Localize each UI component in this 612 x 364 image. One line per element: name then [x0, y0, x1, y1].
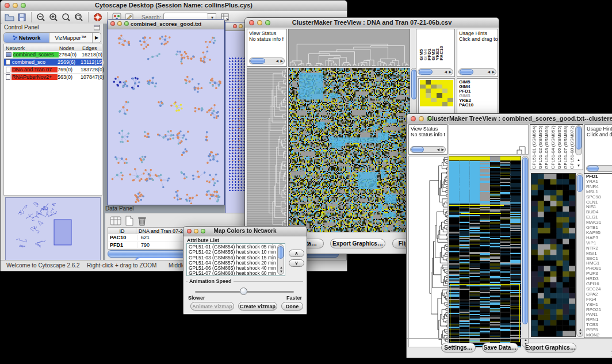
column-label[interactable]: GPL51-06 (GSM865) [557, 125, 563, 169]
attribute-item[interactable]: GPL51-07 (GSM868) heat shock 60 min [188, 271, 277, 276]
scroll-right-icon[interactable]: ▶ [441, 148, 444, 151]
minimize-icon[interactable] [257, 20, 262, 25]
zoom-in-icon[interactable] [48, 12, 59, 23]
move-down-button[interactable]: ∨ [289, 259, 304, 267]
gene-label[interactable]: PAC10 [459, 103, 473, 108]
minimize-icon[interactable] [117, 21, 122, 26]
column-label[interactable]: GPL51-03 (GSM856) [544, 125, 550, 169]
column-label[interactable]: GPL51-04 (GSM857) [550, 125, 557, 169]
minimize-icon[interactable] [239, 24, 243, 28]
column-label[interactable]: GPL51-01 (GSM854) [531, 125, 538, 169]
scroll-up-icon[interactable]: ▲ [577, 158, 580, 162]
zoom-selected-icon[interactable] [73, 12, 85, 23]
matrix-cell [431, 80, 437, 85]
view-status-line2: No status info t [409, 132, 447, 137]
network-table-row[interactable]: combined_sco2569(6)13112(15) [4, 59, 102, 66]
treeview2-heatmap[interactable] [449, 156, 521, 347]
network-view-title-bar[interactable]: combined_scores_good.txt--cluste... [108, 20, 224, 29]
scroll-up-icon[interactable]: ▲ [579, 328, 582, 331]
treeview2-zoom-heatmap[interactable] [531, 173, 576, 337]
treeview1-column-dendrogram[interactable] [288, 29, 410, 67]
save-data-button[interactable]: Save Data… [482, 343, 518, 352]
scroll-down-icon[interactable]: ▼ [577, 164, 580, 167]
dialog-title-bar[interactable]: Map Colors to Network [183, 227, 307, 236]
network-overview[interactable] [5, 197, 101, 262]
help-lifering-icon[interactable] [92, 12, 104, 23]
treeview1-title: ClusterMaker TreeView : DNA and Tran 07-… [268, 19, 476, 26]
treeview1-row-dendrogram[interactable] [247, 68, 287, 232]
view-status-hscrollbar[interactable]: ◀ ▶ [249, 58, 285, 64]
scroll-right-icon[interactable]: ▶ [280, 59, 283, 63]
minimize-icon[interactable] [13, 3, 18, 8]
move-up-button[interactable]: ∧ [289, 250, 304, 257]
scroll-right-icon[interactable]: ▶ [492, 70, 495, 74]
scroll-right-icon[interactable]: ▶ [449, 70, 452, 74]
zoom-fit-icon[interactable] [60, 12, 72, 23]
usage-hints-hscrollbar[interactable] [586, 165, 612, 172]
close-icon[interactable] [187, 229, 192, 233]
tab-vizmapper[interactable]: VizMapper™ [49, 33, 92, 43]
main-title-bar[interactable]: Cytoscape Desktop (Session Name: collins… [1, 1, 347, 12]
export-graphics-button[interactable]: Export Graphics… [525, 343, 576, 352]
close-icon[interactable] [411, 116, 416, 121]
open-file-icon[interactable] [3, 12, 15, 23]
scroll-down-icon[interactable]: ▼ [280, 270, 283, 273]
scroll-left-icon[interactable]: ◀ [444, 70, 447, 74]
column-label[interactable]: GPL51-07 (GSM868) [563, 125, 569, 169]
treeview2-vscrollbar[interactable]: ▲ ▼ [522, 156, 529, 347]
close-icon[interactable] [249, 20, 254, 25]
network-name: combined_scores [13, 52, 59, 58]
settings-button[interactable]: Settings… [441, 343, 476, 352]
done-button[interactable]: Done [281, 302, 303, 311]
view-status-hscrollbar[interactable]: ◀ ▶ [410, 146, 446, 153]
column-label[interactable]: GIM5 [419, 30, 423, 60]
new-attribute-icon[interactable] [125, 216, 134, 226]
minimize-icon[interactable] [419, 116, 424, 121]
treeview2-column-dendrogram[interactable] [449, 124, 529, 155]
column-labels-hscrollbar[interactable]: ◀ ▶ [418, 68, 453, 75]
column-label[interactable]: GPL51-02 (GSM855) [538, 125, 544, 169]
select-attributes-icon[interactable] [110, 216, 121, 226]
network-list-empty-area[interactable] [3, 80, 102, 196]
animation-speed-slider-thumb[interactable] [240, 288, 247, 295]
scroll-left-icon[interactable]: ◀ [276, 59, 278, 63]
column-label[interactable]: GIM4 [423, 30, 427, 60]
close-icon[interactable] [5, 3, 10, 8]
zoom-window-icon[interactable] [124, 21, 129, 26]
float-panel-icon[interactable] [94, 25, 100, 30]
network-table-row[interactable]: DNA and Tran 07769(0)183728(0) [4, 66, 102, 74]
attribute-list-vscrollbar[interactable]: ▲ ▼ [277, 244, 284, 275]
close-icon[interactable] [110, 21, 115, 26]
usage-hints-line2: Click and drag to [457, 36, 498, 42]
save-icon[interactable] [16, 12, 28, 23]
treeview2-row-dendrogram[interactable] [408, 156, 448, 347]
create-vizmap-button[interactable]: Create Vizmap [238, 302, 277, 311]
network-canvas[interactable] [108, 29, 223, 204]
tab-network[interactable]: Network [4, 33, 49, 43]
delete-attribute-icon[interactable] [137, 216, 147, 226]
scroll-up-icon[interactable]: ▲ [280, 266, 283, 269]
column-labels-vscrollbar[interactable] [575, 125, 582, 155]
zoom-window-icon[interactable] [201, 229, 205, 233]
network-table-row[interactable]: combined_scores2764(0)16218(0) [4, 51, 102, 59]
column-label[interactable]: PAC10 [439, 30, 443, 60]
scroll-down-icon[interactable]: ▼ [579, 332, 582, 335]
column-label[interactable]: PFD1 [427, 30, 431, 60]
scroll-left-icon[interactable]: ◀ [437, 148, 439, 151]
tab-overflow-button[interactable]: ▶ [92, 33, 101, 43]
column-label[interactable]: YKE2 [435, 30, 439, 60]
gene-label[interactable]: MON2 [586, 333, 601, 338]
column-label[interactable]: GIM3 [431, 30, 435, 60]
export-graphics-button[interactable]: Export Graphics… [330, 239, 385, 248]
correlation-matrix[interactable] [420, 80, 453, 106]
treeview1-heatmap[interactable] [288, 68, 410, 232]
scroll-left-icon[interactable]: ◀ [487, 70, 490, 74]
gene-list-vscrollbar[interactable]: ▲ ▼ [576, 173, 583, 337]
treeview1-title-bar[interactable]: ClusterMaker TreeView : DNA and Tran 07-… [245, 18, 499, 28]
minimize-icon[interactable] [194, 229, 198, 233]
treeview2-title-bar[interactable]: ClusterMaker TreeView : combined_scores_… [407, 114, 612, 124]
animate-vizmap-button[interactable]: Animate Vizmap [190, 302, 234, 311]
usage-hints-hscrollbar[interactable]: ◀ ▶ [458, 68, 496, 75]
close-icon[interactable] [233, 24, 237, 28]
zoom-out-icon[interactable] [35, 12, 47, 23]
